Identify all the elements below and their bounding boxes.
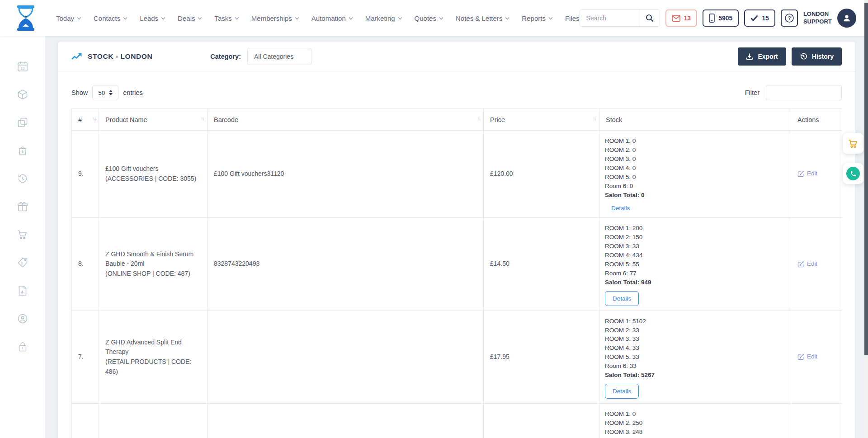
- table-header-row: # ↑↓ Product Name ↑↓ Barcode ↑↓ Price: [72, 109, 842, 131]
- cart-icon[interactable]: [17, 229, 28, 240]
- col-header-barcode[interactable]: Barcode ↑↓: [208, 109, 484, 131]
- scrollbar-thumb[interactable]: [864, 3, 868, 355]
- nav-item-today[interactable]: Today: [56, 14, 81, 22]
- tasks-badge[interactable]: 15: [744, 9, 775, 27]
- gift-icon[interactable]: [17, 201, 28, 212]
- search-icon: [646, 14, 654, 22]
- phone-badge[interactable]: 5905: [703, 9, 739, 27]
- stock-line: ROOM 1: 200: [605, 224, 784, 233]
- main-content: STOCK - LONDON Category: All Categories …: [45, 36, 868, 438]
- nav-item-deals[interactable]: Deals: [178, 14, 202, 22]
- question-mark-icon: ?: [784, 13, 794, 23]
- chevron-down-icon: [349, 17, 353, 20]
- history-label: History: [812, 53, 834, 60]
- product-name-cell: Z GHD Smooth & Finish Serum Bauble - 20m…: [99, 217, 208, 311]
- nav-item-label: Notes & Letters: [456, 14, 502, 22]
- chevron-down-icon: [548, 17, 553, 20]
- shopping-bag-icon[interactable]: [17, 145, 28, 156]
- filter-group: Filter: [745, 85, 842, 100]
- col-header-actions: Actions: [791, 109, 842, 131]
- edit-button[interactable]: Edit: [797, 352, 835, 362]
- search-button[interactable]: [640, 10, 660, 26]
- nav-item-notes-letters[interactable]: Notes & Letters: [456, 14, 509, 22]
- report-icon[interactable]: [17, 285, 28, 297]
- user-name: LONDON SUPPORT: [803, 10, 832, 26]
- nav-item-automation[interactable]: Automation: [311, 14, 353, 22]
- nav-item-quotes[interactable]: Quotes: [415, 14, 443, 22]
- stock-line: Room 6: 33: [605, 362, 784, 371]
- edit-button[interactable]: Edit: [797, 169, 835, 179]
- calendar-icon[interactable]: 12: [17, 61, 28, 72]
- phone-count: 5905: [718, 14, 732, 22]
- nav-item-leads[interactable]: Leads: [140, 14, 165, 22]
- stock-line: ROOM 2: 33: [605, 326, 784, 335]
- details-button[interactable]: Details: [605, 291, 639, 306]
- entries-label: entries: [123, 89, 143, 96]
- category-select[interactable]: All Categories: [247, 48, 311, 65]
- row-number: 8.: [72, 217, 99, 311]
- chevron-down-icon: [439, 17, 443, 20]
- product-name-cell: £100 Gift vouchers (ACCESSORIES | CODE: …: [99, 131, 208, 218]
- stock-cell: ROOM 1: 200 ROOM 2: 150 ROOM 3: 33 ROOM …: [599, 217, 791, 311]
- history-button[interactable]: History: [792, 47, 842, 66]
- product-name: Z GHD Advanced Split End Therapy: [105, 338, 201, 357]
- floating-cart-button[interactable]: [843, 133, 863, 154]
- nav-item-label: Marketing: [365, 14, 395, 22]
- stock-line: ROOM 5: 55: [605, 260, 784, 269]
- copy-icon[interactable]: [17, 117, 28, 128]
- stock-cell: ROOM 1: 0 ROOM 2: 250 ROOM 3: 248 ROOM 4…: [599, 404, 791, 438]
- details-link[interactable]: Details: [611, 204, 630, 213]
- messages-badge[interactable]: 13: [665, 9, 698, 27]
- avatar[interactable]: [837, 9, 856, 28]
- nav-item-contacts[interactable]: Contacts: [94, 14, 127, 22]
- col-header-price[interactable]: Price ↑↓: [484, 109, 599, 131]
- row-number: 7.: [72, 311, 99, 404]
- edit-button[interactable]: Edit: [797, 259, 835, 269]
- svg-text:$: $: [21, 261, 23, 265]
- nav-item-tasks[interactable]: Tasks: [214, 14, 239, 22]
- stock-line: ROOM 3: 33: [605, 334, 784, 344]
- stock-card: STOCK - LONDON Category: All Categories …: [58, 42, 855, 438]
- stock-line: ROOM 5: 33: [605, 353, 784, 362]
- page-title: STOCK - LONDON: [71, 52, 152, 61]
- price-tag-icon[interactable]: $: [17, 257, 28, 268]
- history-icon[interactable]: [17, 173, 28, 184]
- details-button[interactable]: Details: [605, 384, 639, 399]
- app-logo[interactable]: [14, 5, 37, 31]
- floating-phone-button[interactable]: [843, 163, 863, 184]
- filter-input[interactable]: [766, 85, 842, 100]
- search-input[interactable]: [580, 10, 640, 26]
- price-cell: £17.95: [484, 311, 599, 404]
- page-size-value: 50: [98, 89, 105, 96]
- col-header-product-name[interactable]: Product Name ↑↓: [99, 109, 208, 131]
- svg-text:?: ?: [788, 15, 791, 21]
- actions-cell: Edit: [791, 217, 842, 311]
- salon-total: Salon Total: 0: [605, 191, 784, 200]
- product-name-cell: Z GHD Advanced Split End Therapy (RETAIL…: [99, 311, 208, 404]
- nav-item-files[interactable]: Files: [565, 14, 580, 22]
- category-value: All Categories: [254, 53, 293, 60]
- col-header-num[interactable]: # ↑↓: [72, 109, 99, 131]
- lock-icon[interactable]: [17, 341, 28, 353]
- card-header: STOCK - LONDON Category: All Categories …: [58, 42, 855, 71]
- chevron-down-icon: [505, 17, 509, 20]
- help-button[interactable]: ?: [781, 9, 798, 27]
- page-size-select[interactable]: 50: [92, 85, 118, 100]
- chevron-down-icon: [77, 17, 81, 20]
- product-meta: (ACCESSORIES | CODE: 3055): [105, 174, 201, 184]
- nav-item-memberships[interactable]: Memberships: [251, 14, 299, 22]
- price-cell: [484, 404, 599, 438]
- stock-line: ROOM 1: 0: [605, 410, 784, 419]
- left-sidebar: 12 $: [0, 36, 45, 438]
- product-meta: (RETAIL PRODUCTS | CODE: 486): [105, 357, 201, 377]
- stock-line: ROOM 5: 0: [605, 173, 784, 182]
- nav-item-reports[interactable]: Reports: [522, 14, 553, 22]
- export-button[interactable]: Export: [738, 47, 786, 66]
- salon-total: Salon Total: 5267: [605, 371, 784, 380]
- edit-pencil-icon: [797, 261, 804, 268]
- products-box-icon[interactable]: [17, 89, 28, 100]
- nav-item-marketing[interactable]: Marketing: [365, 14, 402, 22]
- account-icon[interactable]: [17, 313, 28, 325]
- chevron-down-icon: [235, 17, 239, 20]
- header-actions: Export History: [738, 47, 842, 66]
